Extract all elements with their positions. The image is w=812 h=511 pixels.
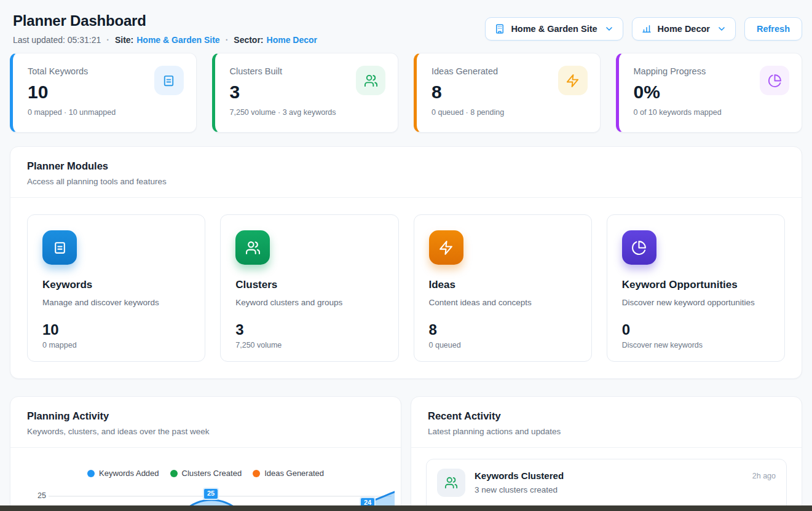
panel-header: Planner Modules Access all planning tool… — [10, 147, 802, 198]
panel-title: Planner Modules — [27, 160, 785, 172]
site-label: Site: — [115, 35, 133, 45]
recent-activity-list: Keywords Clustered 2h ago 3 new clusters… — [411, 448, 802, 511]
activity-item-title: Keywords Clustered — [475, 470, 564, 481]
recent-activity-panel: Recent Activity Latest planning actions … — [411, 396, 802, 511]
users-icon — [356, 66, 385, 95]
chevron-down-icon — [604, 24, 614, 34]
module-card-ideas[interactable]: Ideas Content ideas and concepts 8 0 que… — [414, 214, 592, 362]
panel-header: Recent Activity Latest planning actions … — [411, 397, 802, 448]
module-subtext: 0 mapped — [42, 341, 190, 349]
stat-subtext: 7,250 volume · 3 avg keywords — [230, 108, 384, 117]
page-title: Planner Dashboard — [13, 12, 317, 29]
stat-card-ideas-generated[interactable]: Ideas Generated 8 0 queued · 8 pending — [414, 53, 601, 133]
legend-dot-orange — [253, 470, 260, 477]
window-bottom-edge — [0, 505, 812, 511]
document-icon — [154, 66, 184, 95]
users-icon — [437, 469, 465, 497]
header-meta: Last updated: 05:31:21 · Site: Home & Ga… — [13, 35, 317, 45]
pie-chart-icon — [760, 66, 789, 95]
sector-selector-label: Home Decor — [658, 24, 710, 34]
stat-subtext: 0 queued · 8 pending — [432, 108, 585, 117]
module-description: Discover new keyword opportunities — [622, 298, 770, 307]
module-card-keyword-opportunities[interactable]: Keyword Opportunities Discover new keywo… — [607, 214, 785, 362]
separator-dot: · — [106, 35, 109, 45]
header-actions: Home & Garden Site Home Decor Refresh — [485, 17, 802, 41]
activity-item-description: 3 new clusters created — [475, 485, 776, 494]
document-icon — [42, 230, 77, 265]
panel-header: Planning Activity Keywords, clusters, an… — [10, 397, 401, 448]
module-subtext: Discover new keywords — [622, 341, 770, 349]
planner-modules-panel: Planner Modules Access all planning tool… — [10, 146, 802, 379]
modules-grid: Keywords Manage and discover keywords 10… — [10, 198, 802, 378]
module-card-keywords[interactable]: Keywords Manage and discover keywords 10… — [27, 214, 205, 362]
panel-title: Planning Activity — [27, 410, 384, 422]
module-description: Keyword clusters and groups — [235, 298, 383, 307]
module-value: 0 — [622, 321, 770, 338]
header-titles: Planner Dashboard Last updated: 05:31:21… — [10, 12, 317, 45]
stat-card-mapping-progress[interactable]: Mapping Progress 0% 0 of 10 keywords map… — [616, 53, 803, 133]
activity-item-timestamp: 2h ago — [752, 472, 776, 480]
panel-subtitle: Latest planning actions and updates — [428, 427, 785, 436]
bolt-icon — [558, 66, 588, 95]
panel-subtitle: Keywords, clusters, and ideas over the p… — [27, 427, 384, 436]
site-selector-label: Home & Garden Site — [511, 24, 597, 34]
planning-activity-panel: Planning Activity Keywords, clusters, an… — [10, 396, 401, 511]
legend-item-keywords-added[interactable]: Keywords Added — [87, 469, 159, 478]
panel-title: Recent Activity — [428, 410, 785, 422]
module-title: Keywords — [42, 279, 190, 291]
stat-subtext: 0 mapped · 10 unmapped — [28, 108, 181, 117]
panel-subtitle: Access all planning tools and features — [27, 177, 785, 186]
legend-label: Clusters Created — [182, 469, 242, 478]
module-subtext: 7,250 volume — [235, 341, 383, 349]
stat-card-total-keywords[interactable]: Total Keywords 10 0 mapped · 10 unmapped — [10, 53, 197, 133]
planner-dashboard-page: Planner Dashboard Last updated: 05:31:21… — [0, 0, 812, 511]
chevron-down-icon — [717, 24, 727, 34]
activity-item-keywords-clustered[interactable]: Keywords Clustered 2h ago 3 new clusters… — [426, 459, 787, 511]
module-card-clusters[interactable]: Clusters Keyword clusters and groups 3 7… — [220, 214, 398, 362]
stat-subtext: 0 of 10 keywords mapped — [634, 108, 787, 117]
separator-dot: · — [226, 35, 229, 45]
site-link[interactable]: Home & Garden Site — [136, 35, 219, 45]
legend-dot-blue — [87, 470, 95, 477]
stats-row: Total Keywords 10 0 mapped · 10 unmapped… — [10, 53, 802, 133]
module-value: 10 — [42, 321, 190, 338]
legend-item-clusters-created[interactable]: Clusters Created — [170, 469, 242, 478]
sector-selector-dropdown[interactable]: Home Decor — [632, 17, 736, 41]
sector-link[interactable]: Home Decor — [267, 35, 317, 45]
module-value: 8 — [429, 321, 577, 338]
module-value: 3 — [235, 321, 383, 338]
users-icon — [235, 230, 270, 265]
building-icon — [494, 23, 505, 34]
bolt-icon — [429, 230, 463, 265]
module-title: Clusters — [235, 279, 383, 291]
activity-item-content: Keywords Clustered 2h ago 3 new clusters… — [475, 469, 776, 508]
last-updated-text: Last updated: 05:31:21 — [13, 35, 101, 45]
chart-legend: Keywords Added Clusters Created Ideas Ge… — [17, 469, 395, 478]
data-point-label: 25 — [203, 488, 219, 500]
pie-chart-icon — [622, 230, 656, 265]
legend-item-ideas-generated[interactable]: Ideas Generated — [253, 469, 324, 478]
site-selector-dropdown[interactable]: Home & Garden Site — [485, 17, 623, 41]
bottom-panels: Planning Activity Keywords, clusters, an… — [10, 396, 802, 511]
legend-dot-green — [170, 470, 178, 477]
bar-chart-icon — [641, 23, 652, 34]
page-header: Planner Dashboard Last updated: 05:31:21… — [10, 12, 802, 45]
sector-label: Sector: — [234, 35, 263, 45]
module-title: Keyword Opportunities — [622, 279, 770, 291]
module-subtext: 0 queued — [429, 341, 577, 349]
module-description: Content ideas and concepts — [429, 298, 577, 307]
legend-label: Ideas Generated — [264, 469, 324, 478]
legend-label: Keywords Added — [99, 469, 159, 478]
refresh-button[interactable]: Refresh — [744, 17, 802, 41]
module-description: Manage and discover keywords — [42, 298, 190, 307]
module-title: Ideas — [429, 279, 577, 291]
stat-card-clusters-built[interactable]: Clusters Built 3 7,250 volume · 3 avg ke… — [212, 53, 399, 133]
activity-chart-area: Keywords Added Clusters Created Ideas Ge… — [10, 448, 401, 511]
